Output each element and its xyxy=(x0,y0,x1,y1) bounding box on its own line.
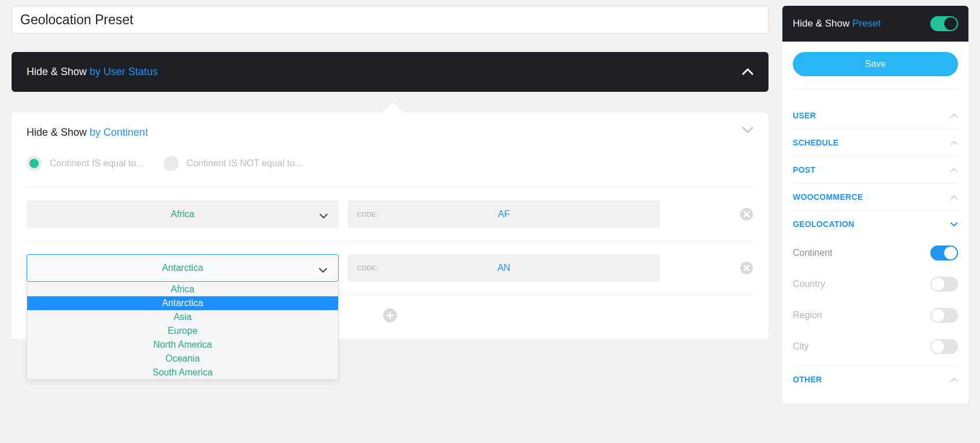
geo-item-continent: Continent xyxy=(793,237,958,269)
sidebar-header-title: Hide & Show Preset xyxy=(793,18,881,29)
arrow-notch-icon xyxy=(383,102,403,113)
city-toggle[interactable] xyxy=(930,339,958,354)
section-continent-title: Hide & Show by Continent xyxy=(27,126,753,139)
continent-select-value: Africa xyxy=(171,209,195,219)
geo-item-region: Region xyxy=(793,300,958,331)
section-continent-suffix: by Continent xyxy=(90,126,148,138)
preset-title-input[interactable] xyxy=(12,6,769,33)
chevron-up-icon xyxy=(950,165,958,175)
section-user-status-title: Hide & Show by User Status xyxy=(27,66,158,78)
delete-row-button[interactable] xyxy=(740,261,753,275)
dropdown-option[interactable]: South America xyxy=(27,366,338,379)
sidebar-section-label: WOOCOMMERCE xyxy=(793,192,863,202)
sidebar-header-suffix: Preset xyxy=(852,18,881,29)
radio-icon xyxy=(164,156,179,171)
code-value: AN xyxy=(348,263,660,273)
continent-toggle[interactable] xyxy=(930,245,958,260)
sidebar-header: Hide & Show Preset xyxy=(782,6,968,42)
chevron-down-icon xyxy=(319,211,328,221)
chevron-up-icon xyxy=(742,67,753,77)
sidebar-section-schedule[interactable]: SCHEDULE xyxy=(793,129,958,157)
geo-item-label: City xyxy=(793,341,809,352)
sidebar-section-label: OTHER xyxy=(793,375,822,384)
region-toggle[interactable] xyxy=(930,308,958,323)
dropdown-option[interactable]: Africa xyxy=(27,282,338,296)
sidebar-section-label: GEOLOCATION xyxy=(793,219,854,229)
save-button[interactable]: Save xyxy=(793,52,958,76)
sidebar-section-label: POST xyxy=(793,165,815,174)
code-display: CODE: AN xyxy=(348,254,660,282)
sidebar-section-post[interactable]: POST xyxy=(793,157,958,184)
code-display: CODE: AF xyxy=(348,200,660,228)
divider xyxy=(793,89,958,90)
radio-isnot-label: Continent IS NOT equal to... xyxy=(187,158,303,169)
chevron-up-icon xyxy=(950,192,958,202)
continent-dropdown: AfricaAntarcticaAsiaEuropeNorth AmericaO… xyxy=(27,282,339,380)
chevron-down-icon[interactable] xyxy=(742,125,753,136)
delete-row-button[interactable] xyxy=(740,207,753,221)
section-user-status-suffix: by User Status xyxy=(90,66,158,77)
code-label: CODE: xyxy=(357,265,378,271)
sidebar-section-geolocation[interactable]: GEOLOCATION xyxy=(793,211,958,237)
chevron-down-icon xyxy=(318,265,328,276)
sidebar-section-label: USER xyxy=(793,111,816,120)
sidebar-section-user[interactable]: USER xyxy=(793,102,958,129)
chevron-down-icon xyxy=(950,219,958,229)
radio-is-not-equal[interactable]: Continent IS NOT equal to... xyxy=(164,156,303,171)
add-row-button[interactable] xyxy=(383,308,398,325)
radio-icon xyxy=(27,156,42,171)
geo-item-country: Country xyxy=(793,269,958,300)
section-continent: Hide & Show by Continent Continent IS eq… xyxy=(12,113,769,339)
section-continent-prefix: Hide & Show xyxy=(27,126,90,138)
chevron-up-icon xyxy=(950,137,958,148)
sidebar-panel: Save USER SCHEDULE POST WOOCOMMERCE GEOL… xyxy=(782,42,968,403)
continent-select-open[interactable]: Antarctica AfricaAntarcticaAsiaEuropeNor… xyxy=(27,254,339,282)
geo-item-label: Continent xyxy=(793,248,833,258)
sidebar-section-other[interactable]: OTHER xyxy=(793,366,958,393)
sidebar-section-woocommerce[interactable]: WOOCOMMERCE xyxy=(793,184,958,211)
continent-row: Africa CODE: AF xyxy=(27,188,753,241)
preset-enable-toggle[interactable] xyxy=(930,16,958,31)
dropdown-option[interactable]: Asia xyxy=(27,310,338,324)
continent-select[interactable]: Africa xyxy=(27,200,339,228)
sidebar-header-prefix: Hide & Show xyxy=(793,18,852,29)
continent-row: Antarctica AfricaAntarcticaAsiaEuropeNor… xyxy=(27,241,753,295)
dropdown-option[interactable]: Antarctica xyxy=(27,296,338,310)
continent-select-value: Antarctica xyxy=(162,263,203,273)
dropdown-option[interactable]: North America xyxy=(27,338,338,352)
geo-item-label: Region xyxy=(793,310,822,321)
dropdown-option[interactable]: Oceania xyxy=(27,352,338,366)
code-value: AF xyxy=(348,209,660,219)
chevron-up-icon xyxy=(950,374,958,385)
geo-item-label: Country xyxy=(793,279,825,289)
section-user-status-prefix: Hide & Show xyxy=(27,66,90,77)
section-user-status-header[interactable]: Hide & Show by User Status xyxy=(12,52,769,92)
code-label: CODE: xyxy=(357,211,378,218)
geo-item-city: City xyxy=(793,331,958,366)
radio-is-equal[interactable]: Continent IS equal to... xyxy=(27,156,144,171)
sidebar-section-label: SCHEDULE xyxy=(793,138,838,147)
dropdown-option[interactable]: Europe xyxy=(27,324,338,338)
country-toggle[interactable] xyxy=(930,277,958,292)
radio-is-label: Continent IS equal to... xyxy=(50,158,144,169)
chevron-up-icon xyxy=(950,110,958,121)
